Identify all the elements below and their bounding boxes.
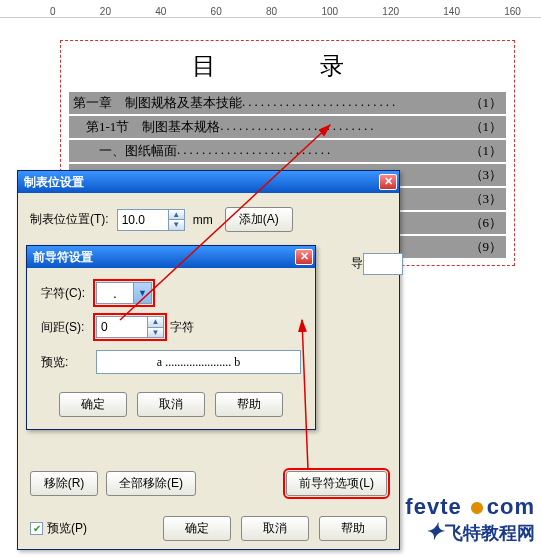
ruler: 020406080100120140160 <box>0 0 541 18</box>
dialog-title: 制表位设置 <box>24 174 379 191</box>
toc-row[interactable]: 第一章 制图规格及基本技能.........................（1… <box>69 92 506 114</box>
preview-field: a ...................... b <box>96 350 301 374</box>
spin-down-icon: ▼ <box>168 220 184 230</box>
chevron-down-icon[interactable]: ▼ <box>133 283 151 303</box>
spacing-input[interactable]: ▲▼ <box>96 316 164 338</box>
watermark: fevte ●com ✦飞特教程网 <box>405 489 535 545</box>
add-button[interactable]: 添加(A) <box>225 207 293 232</box>
remove-all-button[interactable]: 全部移除(E) <box>106 471 196 496</box>
unit-label: mm <box>193 213 213 227</box>
titlebar[interactable]: 前导符设置 ✕ <box>27 246 315 268</box>
doc-title: 目 录 <box>69 46 506 92</box>
spacing-label: 间距(S): <box>41 319 96 336</box>
spinner[interactable]: ▲▼ <box>168 210 184 230</box>
leader-settings-dialog: 前导符设置 ✕ 字符(C): . ▼ 间距(S): ▲▼ 字符 预览: a ..… <box>26 245 316 430</box>
dialog-title: 前导符设置 <box>33 249 295 266</box>
close-icon[interactable]: ✕ <box>295 249 313 265</box>
close-icon[interactable]: ✕ <box>379 174 397 190</box>
tab-position-input[interactable]: ▲▼ <box>117 209 185 231</box>
cancel-button[interactable]: 取消 <box>137 392 205 417</box>
char-combo[interactable]: . ▼ <box>96 282 152 304</box>
leader-options-button[interactable]: 前导符选项(L) <box>286 471 387 496</box>
ok-button[interactable]: 确定 <box>59 392 127 417</box>
spinner[interactable]: ▲▼ <box>147 317 163 337</box>
spin-up-icon: ▲ <box>168 210 184 221</box>
tab-position-label: 制表位位置(T): <box>30 211 109 228</box>
checkbox-icon: ✔ <box>30 522 43 535</box>
titlebar[interactable]: 制表位设置 ✕ <box>18 171 399 193</box>
spin-up-icon: ▲ <box>147 317 163 328</box>
preview-label: 预览(P) <box>47 520 87 537</box>
toc-row[interactable]: 一、图纸幅面.........................（1） <box>69 140 506 162</box>
leader-field[interactable] <box>363 253 403 275</box>
cancel-button[interactable]: 取消 <box>241 516 309 541</box>
toc-row[interactable]: 第1-1节 制图基本规格.........................（1） <box>69 116 506 138</box>
ok-button[interactable]: 确定 <box>163 516 231 541</box>
help-button[interactable]: 帮助 <box>215 392 283 417</box>
help-button[interactable]: 帮助 <box>319 516 387 541</box>
spin-down-icon: ▼ <box>147 328 163 338</box>
spacing-unit: 字符 <box>170 319 194 336</box>
remove-button[interactable]: 移除(R) <box>30 471 98 496</box>
preview-label: 预览: <box>41 354 96 371</box>
char-label: 字符(C): <box>41 285 96 302</box>
preview-checkbox[interactable]: ✔ 预览(P) <box>30 520 87 537</box>
